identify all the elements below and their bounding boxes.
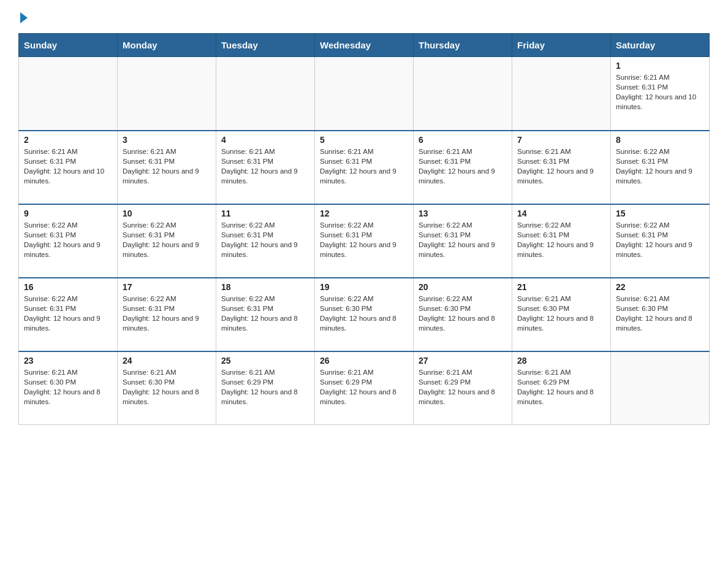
day-number: 14 [517, 209, 605, 218]
day-info: Sunrise: 6:21 AMSunset: 6:30 PMDaylight:… [517, 294, 605, 333]
day-info: Sunrise: 6:21 AMSunset: 6:29 PMDaylight:… [419, 367, 507, 407]
header-sunday: Sunday [19, 34, 118, 57]
day-number: 12 [320, 209, 408, 218]
day-number: 2 [24, 135, 112, 145]
day-info: Sunrise: 6:21 AMSunset: 6:30 PMDaylight:… [24, 367, 112, 407]
header-friday: Friday [512, 34, 611, 57]
calendar-day-cell: 14Sunrise: 6:22 AMSunset: 6:31 PMDayligh… [512, 204, 611, 278]
calendar-day-cell: 11Sunrise: 6:22 AMSunset: 6:31 PMDayligh… [216, 204, 315, 278]
calendar-day-cell: 26Sunrise: 6:21 AMSunset: 6:29 PMDayligh… [315, 351, 414, 425]
calendar-table: SundayMondayTuesdayWednesdayThursdayFrid… [18, 33, 710, 425]
calendar-header-row: SundayMondayTuesdayWednesdayThursdayFrid… [19, 34, 710, 57]
calendar-day-cell: 7Sunrise: 6:21 AMSunset: 6:31 PMDaylight… [512, 131, 611, 204]
calendar-week-row: 9Sunrise: 6:22 AMSunset: 6:31 PMDaylight… [19, 204, 710, 278]
day-info: Sunrise: 6:22 AMSunset: 6:30 PMDaylight:… [419, 294, 507, 333]
day-number: 17 [123, 282, 211, 292]
logo [18, 12, 28, 23]
day-number: 21 [517, 282, 605, 292]
calendar-day-cell: 5Sunrise: 6:21 AMSunset: 6:31 PMDaylight… [315, 131, 414, 204]
day-number: 5 [320, 135, 408, 145]
calendar-day-cell: 27Sunrise: 6:21 AMSunset: 6:29 PMDayligh… [414, 351, 512, 425]
header-wednesday: Wednesday [315, 34, 414, 57]
day-info: Sunrise: 6:21 AMSunset: 6:29 PMDaylight:… [221, 367, 309, 407]
calendar-day-cell: 25Sunrise: 6:21 AMSunset: 6:29 PMDayligh… [216, 351, 315, 425]
day-number: 19 [320, 282, 408, 292]
day-number: 25 [221, 356, 309, 366]
day-number: 15 [616, 209, 704, 218]
day-info: Sunrise: 6:22 AMSunset: 6:31 PMDaylight:… [221, 220, 309, 259]
day-number: 7 [517, 135, 605, 145]
day-info: Sunrise: 6:22 AMSunset: 6:31 PMDaylight:… [616, 220, 704, 259]
day-number: 28 [517, 356, 605, 366]
calendar-day-cell [315, 57, 414, 131]
calendar-day-cell [414, 57, 512, 131]
logo-arrow-icon [20, 12, 28, 23]
calendar-week-row: 2Sunrise: 6:21 AMSunset: 6:31 PMDaylight… [19, 131, 710, 204]
day-info: Sunrise: 6:22 AMSunset: 6:31 PMDaylight:… [320, 220, 408, 259]
day-number: 4 [221, 135, 309, 145]
day-number: 1 [616, 61, 704, 71]
header-saturday: Saturday [611, 34, 710, 57]
day-info: Sunrise: 6:22 AMSunset: 6:31 PMDaylight:… [419, 220, 507, 259]
day-info: Sunrise: 6:21 AMSunset: 6:30 PMDaylight:… [616, 294, 704, 333]
calendar-day-cell: 15Sunrise: 6:22 AMSunset: 6:31 PMDayligh… [611, 204, 710, 278]
day-number: 22 [616, 282, 704, 292]
calendar-day-cell: 21Sunrise: 6:21 AMSunset: 6:30 PMDayligh… [512, 278, 611, 351]
calendar-day-cell: 17Sunrise: 6:22 AMSunset: 6:31 PMDayligh… [118, 278, 216, 351]
day-number: 27 [419, 356, 507, 366]
header-tuesday: Tuesday [216, 34, 315, 57]
day-number: 10 [123, 209, 211, 218]
calendar-week-row: 16Sunrise: 6:22 AMSunset: 6:31 PMDayligh… [19, 278, 710, 351]
calendar-day-cell: 13Sunrise: 6:22 AMSunset: 6:31 PMDayligh… [414, 204, 512, 278]
calendar-day-cell: 23Sunrise: 6:21 AMSunset: 6:30 PMDayligh… [19, 351, 118, 425]
calendar-day-cell [118, 57, 216, 131]
calendar-day-cell: 10Sunrise: 6:22 AMSunset: 6:31 PMDayligh… [118, 204, 216, 278]
day-info: Sunrise: 6:21 AMSunset: 6:31 PMDaylight:… [123, 147, 211, 186]
day-number: 3 [123, 135, 211, 145]
calendar-day-cell [216, 57, 315, 131]
day-info: Sunrise: 6:22 AMSunset: 6:31 PMDaylight:… [616, 147, 704, 186]
day-number: 13 [419, 209, 507, 218]
calendar-day-cell: 3Sunrise: 6:21 AMSunset: 6:31 PMDaylight… [118, 131, 216, 204]
calendar-day-cell: 4Sunrise: 6:21 AMSunset: 6:31 PMDaylight… [216, 131, 315, 204]
calendar-day-cell: 2Sunrise: 6:21 AMSunset: 6:31 PMDaylight… [19, 131, 118, 204]
calendar-day-cell: 24Sunrise: 6:21 AMSunset: 6:30 PMDayligh… [118, 351, 216, 425]
day-info: Sunrise: 6:21 AMSunset: 6:31 PMDaylight:… [24, 147, 112, 186]
calendar-day-cell: 20Sunrise: 6:22 AMSunset: 6:30 PMDayligh… [414, 278, 512, 351]
day-number: 16 [24, 282, 112, 292]
header [18, 12, 710, 23]
day-info: Sunrise: 6:21 AMSunset: 6:29 PMDaylight:… [517, 367, 605, 407]
day-number: 23 [24, 356, 112, 366]
calendar-day-cell: 8Sunrise: 6:22 AMSunset: 6:31 PMDaylight… [611, 131, 710, 204]
header-thursday: Thursday [414, 34, 512, 57]
calendar-day-cell: 22Sunrise: 6:21 AMSunset: 6:30 PMDayligh… [611, 278, 710, 351]
day-info: Sunrise: 6:21 AMSunset: 6:31 PMDaylight:… [221, 147, 309, 186]
calendar-day-cell [611, 351, 710, 425]
day-number: 24 [123, 356, 211, 366]
day-number: 9 [24, 209, 112, 218]
day-info: Sunrise: 6:22 AMSunset: 6:31 PMDaylight:… [24, 220, 112, 259]
day-number: 6 [419, 135, 507, 145]
calendar-day-cell: 18Sunrise: 6:22 AMSunset: 6:31 PMDayligh… [216, 278, 315, 351]
day-info: Sunrise: 6:22 AMSunset: 6:30 PMDaylight:… [320, 294, 408, 333]
calendar-day-cell: 19Sunrise: 6:22 AMSunset: 6:30 PMDayligh… [315, 278, 414, 351]
day-info: Sunrise: 6:21 AMSunset: 6:30 PMDaylight:… [123, 367, 211, 407]
day-info: Sunrise: 6:21 AMSunset: 6:31 PMDaylight:… [320, 147, 408, 186]
day-number: 8 [616, 135, 704, 145]
day-number: 11 [221, 209, 309, 218]
day-info: Sunrise: 6:22 AMSunset: 6:31 PMDaylight:… [123, 294, 211, 333]
calendar-day-cell [512, 57, 611, 131]
day-number: 26 [320, 356, 408, 366]
day-info: Sunrise: 6:22 AMSunset: 6:31 PMDaylight:… [24, 294, 112, 333]
day-info: Sunrise: 6:21 AMSunset: 6:31 PMDaylight:… [419, 147, 507, 186]
calendar-day-cell: 28Sunrise: 6:21 AMSunset: 6:29 PMDayligh… [512, 351, 611, 425]
day-info: Sunrise: 6:21 AMSunset: 6:29 PMDaylight:… [320, 367, 408, 407]
calendar-week-row: 1Sunrise: 6:21 AMSunset: 6:31 PMDaylight… [19, 57, 710, 131]
calendar-day-cell: 9Sunrise: 6:22 AMSunset: 6:31 PMDaylight… [19, 204, 118, 278]
day-info: Sunrise: 6:22 AMSunset: 6:31 PMDaylight:… [517, 220, 605, 259]
calendar-day-cell [19, 57, 118, 131]
day-number: 18 [221, 282, 309, 292]
day-info: Sunrise: 6:21 AMSunset: 6:31 PMDaylight:… [616, 72, 704, 112]
calendar-day-cell: 6Sunrise: 6:21 AMSunset: 6:31 PMDaylight… [414, 131, 512, 204]
day-info: Sunrise: 6:22 AMSunset: 6:31 PMDaylight:… [221, 294, 309, 333]
